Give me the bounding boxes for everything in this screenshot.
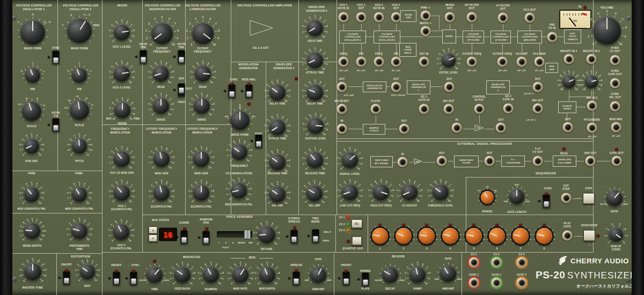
mg-out-a[interactable] [337, 82, 347, 92]
ol-led [583, 6, 587, 9]
mixer-out[interactable] [445, 12, 455, 23]
pre-fx-in[interactable] [547, 32, 558, 42]
lp-filter-out[interactable] [498, 13, 508, 23]
mix-att-in-1[interactable] [564, 54, 574, 64]
eg1-out[interactable] [444, 82, 455, 92]
vco2-out[interactable] [391, 12, 401, 23]
sel-button[interactable]: SEL [352, 219, 363, 228]
chord[interactable] [181, 231, 188, 244]
cv-adjust-tick-label: 6 [414, 180, 415, 182]
eg1-gate-in[interactable] [419, 104, 429, 114]
start-stop-button[interactable] [583, 230, 595, 241]
trig-mode[interactable] [312, 230, 319, 243]
reverb-type[interactable] [362, 273, 369, 286]
lpf-cutoff-cv[interactable] [497, 57, 508, 67]
poly-mode-slider-handle[interactable] [244, 230, 251, 239]
mix-in-3[interactable] [587, 101, 597, 111]
eg2-inv-out[interactable] [533, 104, 543, 114]
echo-on-off[interactable] [113, 272, 120, 285]
vca-mod[interactable] [535, 57, 545, 67]
quantize-button[interactable] [352, 237, 362, 246]
fv-cv-out[interactable] [533, 156, 543, 166]
random-pan[interactable] [203, 231, 210, 245]
vca-amt[interactable] [517, 57, 527, 67]
mg-mod-whl[interactable] [246, 85, 253, 98]
vco1-out[interactable] [356, 12, 367, 23]
env-out[interactable] [586, 156, 596, 166]
lpf-eg2-tick-label: 2 [188, 189, 189, 192]
stereo-spread[interactable] [291, 230, 298, 244]
gate-2[interactable] [492, 278, 502, 288]
cv-2[interactable] [492, 257, 502, 268]
dist-on-off[interactable] [63, 271, 70, 285]
hpf-mod-gen-tick-label: 0 [152, 166, 153, 169]
vca-patch-in[interactable] [452, 123, 462, 133]
hpf-mod-gen-tick-label: 6 [166, 146, 167, 149]
kybd-vel-out[interactable] [610, 101, 620, 112]
step-button[interactable] [583, 193, 595, 204]
cv-3[interactable] [517, 257, 527, 268]
trig-mode-pivot [308, 235, 310, 238]
eg1-inv-out[interactable] [444, 104, 454, 114]
echo-spread[interactable] [293, 272, 300, 285]
eg2-vel-amt-tick-label: 8 [326, 190, 327, 193]
sh-in[interactable] [337, 124, 347, 134]
osc-sync[interactable] [53, 51, 60, 64]
play-gate[interactable] [562, 231, 573, 241]
portamento-time-tick-label: 5 [79, 217, 80, 220]
esp-bpf-out[interactable] [485, 156, 495, 166]
sub-osc-tick-label: 7 [41, 138, 42, 141]
echo-on-off-label: ON/OFF [111, 263, 122, 267]
threshold-level-tick-label: 0 [431, 200, 433, 202]
voices-up-button[interactable]: ▲ [149, 226, 158, 234]
ser-splt-para[interactable] [178, 84, 185, 97]
vco1-pw-cv[interactable] [356, 57, 367, 67]
cv-1[interactable] [469, 257, 479, 268]
vco2-freq[interactable] [374, 57, 384, 67]
kybd-gate-out[interactable] [610, 78, 620, 88]
voices-down-button[interactable]: ▼ [149, 234, 158, 242]
mix-att-2-tick-label: 6 [602, 78, 603, 81]
sh-out[interactable] [399, 124, 409, 134]
pink-noise[interactable] [421, 11, 431, 21]
eg2-out[interactable] [533, 82, 543, 92]
ext-in[interactable] [419, 57, 429, 67]
pitchbend[interactable] [587, 123, 597, 133]
clock[interactable] [371, 104, 381, 114]
keyb-cv[interactable] [53, 119, 60, 132]
reverb-on-off[interactable] [343, 272, 350, 285]
vco1-keyb-in[interactable] [339, 12, 349, 23]
mix-att-in-2[interactable] [587, 54, 597, 64]
vco1-freq[interactable] [339, 57, 349, 67]
white-noise[interactable] [421, 26, 431, 36]
echo-sync[interactable] [130, 272, 137, 285]
mg-sync[interactable] [229, 85, 236, 98]
hpf-mod-gen-tick-label: 4 [155, 146, 156, 149]
mg-reset[interactable] [337, 104, 347, 114]
hpf-cutoff-cv[interactable] [467, 57, 477, 67]
eg2-gate-in[interactable] [503, 104, 514, 114]
kybd-cv-out[interactable] [610, 55, 620, 65]
seq-sync[interactable] [543, 195, 550, 208]
vca-out[interactable] [525, 13, 535, 23]
mg-out-b[interactable] [391, 82, 401, 92]
hpf-keyb-trk[interactable] [140, 50, 147, 64]
esp-in[interactable] [398, 157, 408, 167]
volume-tick-label: 2 [587, 26, 589, 29]
sust[interactable] [255, 135, 262, 148]
hp-filter-out[interactable] [467, 12, 477, 23]
esp-amp-out[interactable] [437, 156, 447, 166]
mod-whl-out[interactable] [611, 122, 621, 132]
low-cut-freq-tick-label: 8 [362, 189, 363, 191]
esp-gate-out[interactable] [612, 156, 622, 166]
patch-line [510, 36, 517, 37]
control-input[interactable] [474, 104, 485, 114]
gate-1[interactable] [469, 278, 479, 288]
vco2-keyb-in[interactable] [374, 12, 384, 23]
lpf-keyb-trk[interactable] [178, 50, 185, 64]
source-mixer-out[interactable] [563, 122, 573, 132]
ext-step[interactable] [561, 193, 572, 203]
gate-3[interactable] [517, 278, 527, 288]
vca-patch-out[interactable] [496, 123, 506, 133]
vco2-pw-cv[interactable] [391, 57, 401, 67]
